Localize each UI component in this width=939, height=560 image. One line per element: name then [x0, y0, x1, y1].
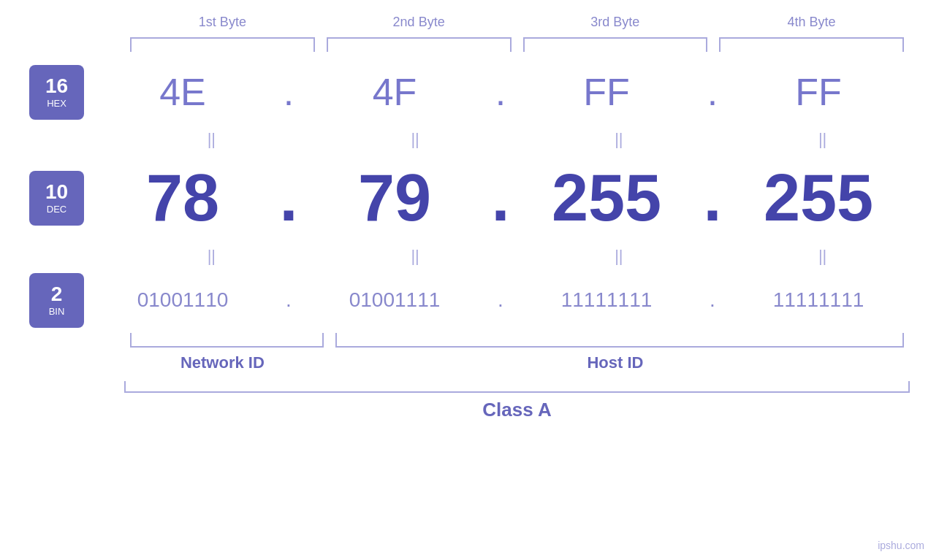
- dec-sep-2: .: [486, 161, 515, 236]
- host-id-label: Host ID: [321, 353, 910, 372]
- main-container: 1st Byte 2nd Byte 3rd Byte 4th Byte 16 H…: [0, 0, 939, 560]
- dec-dot-2: .: [491, 161, 509, 234]
- class-label: Class A: [482, 399, 551, 421]
- dec-row: 10 DEC 78 . 79 . 255 . 255: [29, 154, 910, 242]
- dec-byte-2: 79: [303, 161, 486, 236]
- id-labels-row: Network ID Host ID: [124, 353, 910, 372]
- bin-value-1: 01001110: [137, 288, 229, 311]
- byte-label-3: 3rd Byte: [517, 15, 714, 30]
- dec-value-3: 255: [552, 161, 661, 234]
- equals-row-2: || || || ||: [124, 242, 910, 271]
- dec-value-2: 79: [358, 161, 431, 234]
- class-section: Class A: [124, 381, 910, 421]
- class-bracket: [124, 381, 910, 393]
- hex-sep-1: .: [274, 70, 303, 114]
- dec-byte-3: 255: [515, 161, 698, 236]
- dec-value-1: 78: [146, 161, 219, 234]
- hex-dot-2: .: [495, 71, 506, 113]
- byte-label-4: 4th Byte: [713, 15, 910, 30]
- hex-dot-1: .: [284, 71, 294, 113]
- class-label-row: Class A: [124, 399, 910, 421]
- hex-badge-label: HEX: [47, 98, 66, 109]
- eq2-4: ||: [735, 247, 910, 266]
- bin-byte-2: 01001111: [303, 288, 486, 312]
- dec-badge-label: DEC: [47, 204, 66, 215]
- eq2-3: ||: [532, 247, 707, 266]
- dec-value-4: 255: [764, 161, 873, 234]
- bin-badge-number: 2: [51, 284, 63, 304]
- eq1-3: ||: [532, 130, 707, 149]
- bin-byte-4: 11111111: [727, 288, 910, 312]
- hex-row: 16 HEX 4E . 4F . FF . FF: [29, 59, 910, 125]
- hex-value-1: 4E: [159, 71, 206, 113]
- dec-values-row: 78 . 79 . 255 . 255: [91, 161, 910, 236]
- eq2-2: ||: [328, 247, 503, 266]
- eq1-2: ||: [328, 130, 503, 149]
- bin-byte-3: 11111111: [515, 288, 698, 312]
- bracket-top-2: [327, 37, 512, 52]
- bin-dot-1: .: [286, 288, 292, 311]
- byte-label-1: 1st Byte: [124, 15, 321, 30]
- hex-badge: 16 HEX: [29, 65, 84, 120]
- hex-byte-1: 4E: [91, 70, 274, 114]
- network-id-label: Network ID: [124, 353, 321, 372]
- bin-value-4: 11111111: [773, 288, 864, 311]
- bracket-top-3: [523, 37, 708, 52]
- hex-dot-3: .: [707, 71, 718, 113]
- byte-labels-row: 1st Byte 2nd Byte 3rd Byte 4th Byte: [124, 15, 910, 30]
- dec-badge: 10 DEC: [29, 171, 84, 226]
- bin-value-3: 11111111: [561, 288, 653, 311]
- bracket-bottom-host: [335, 333, 904, 348]
- equals-row-1: || || || ||: [124, 125, 910, 154]
- bin-badge: 2 BIN: [29, 273, 84, 328]
- dec-byte-4: 255: [727, 161, 910, 236]
- hex-value-4: FF: [795, 71, 842, 113]
- bin-row: 2 BIN 01001110 . 01001111 . 11111111 .: [29, 271, 910, 329]
- bin-values-row: 01001110 . 01001111 . 11111111 . 1111111…: [91, 288, 910, 312]
- hex-byte-3: FF: [515, 70, 698, 114]
- bracket-top-row: [124, 37, 910, 52]
- bracket-top-1: [130, 37, 315, 52]
- dec-sep-1: .: [274, 161, 303, 236]
- bracket-bottom-row: [124, 333, 910, 348]
- bracket-bottom-network: [130, 333, 324, 348]
- eq1-1: ||: [124, 130, 299, 149]
- hex-sep-3: .: [698, 70, 727, 114]
- hex-values-row: 4E . 4F . FF . FF: [91, 70, 910, 114]
- bin-byte-1: 01001110: [91, 288, 274, 312]
- bracket-top-4: [719, 37, 904, 52]
- eq2-1: ||: [124, 247, 299, 266]
- bin-sep-3: .: [698, 288, 727, 312]
- watermark: ipshu.com: [878, 540, 924, 551]
- bin-sep-1: .: [274, 288, 303, 312]
- dec-byte-1: 78: [91, 161, 274, 236]
- hex-value-2: 4F: [373, 71, 417, 113]
- bin-dot-3: .: [710, 288, 715, 311]
- bin-badge-label: BIN: [49, 306, 65, 317]
- dec-dot-1: .: [279, 161, 297, 234]
- hex-badge-number: 16: [45, 76, 68, 96]
- byte-label-2: 2nd Byte: [321, 15, 517, 30]
- hex-byte-2: 4F: [303, 70, 486, 114]
- dec-dot-3: .: [703, 161, 721, 234]
- hex-value-3: FF: [583, 71, 630, 113]
- bin-dot-2: .: [498, 288, 503, 311]
- eq1-4: ||: [735, 130, 910, 149]
- hex-sep-2: .: [486, 70, 515, 114]
- bin-value-2: 01001111: [349, 288, 441, 311]
- hex-byte-4: FF: [727, 70, 910, 114]
- dec-sep-3: .: [698, 161, 727, 236]
- dec-badge-number: 10: [45, 182, 68, 202]
- bin-sep-2: .: [486, 288, 515, 312]
